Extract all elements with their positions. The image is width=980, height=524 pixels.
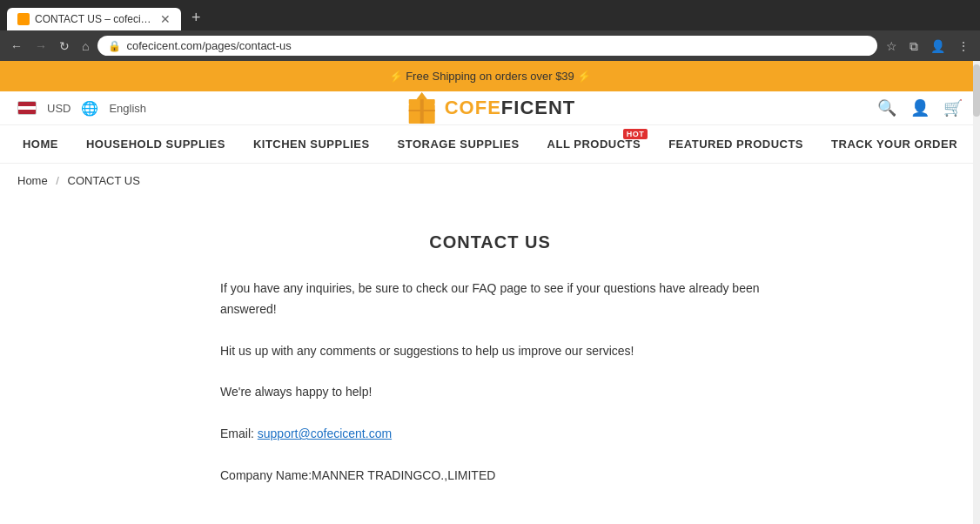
globe-icon: 🌐	[81, 100, 98, 117]
browser-controls: ← → ↻ ⌂ 🔒 cofecicent.com/pages/contact-u…	[0, 30, 980, 61]
top-banner: ⚡ Free Shipping on orders over $39 ⚡	[0, 61, 980, 91]
contact-para-2: Hit us up with any comments or suggestio…	[220, 341, 760, 362]
header-right: 🔍 👤 🛒	[877, 98, 963, 118]
menu-button[interactable]: ⋮	[954, 37, 973, 56]
page-wrapper: ⚡ Free Shipping on orders over $39 ⚡ USD…	[0, 61, 980, 524]
browser-tabs: CONTACT US – cofecicent ✕ +	[7, 5, 973, 30]
bookmark-button[interactable]: ☆	[883, 37, 901, 56]
breadcrumb-home-link[interactable]: Home	[17, 174, 48, 187]
nav-storage[interactable]: STORAGE SUPPLIES	[398, 138, 520, 151]
address-text: cofecicent.com/pages/contact-us	[126, 39, 291, 52]
tab-title: CONTACT US – cofecicent	[35, 13, 155, 25]
nav-track-order[interactable]: TRACK YOUR ORDER	[831, 138, 957, 151]
extensions-button[interactable]: ⧉	[906, 37, 922, 56]
reload-button[interactable]: ↻	[56, 37, 73, 56]
logo-icon	[405, 91, 440, 125]
tab-favicon	[17, 13, 30, 25]
account-button[interactable]: 👤	[927, 37, 949, 56]
email-label: Email:	[220, 427, 258, 440]
logo-text: COFEFICENT	[445, 97, 576, 119]
scrollbar-thumb[interactable]	[973, 64, 980, 117]
tab-close-button[interactable]: ✕	[160, 13, 171, 25]
email-link[interactable]: support@cofecicent.com	[258, 427, 392, 440]
cart-icon[interactable]: 🛒	[943, 98, 963, 118]
account-icon[interactable]: 👤	[910, 98, 930, 118]
address-bar[interactable]: 🔒 cofecicent.com/pages/contact-us	[97, 36, 877, 56]
banner-text: ⚡ Free Shipping on orders over $39 ⚡	[389, 70, 592, 83]
currency-selector[interactable]: USD	[47, 102, 70, 115]
forward-button[interactable]: →	[31, 37, 50, 56]
site-nav: HOME HOUSEHOLD SUPPLIES KITCHEN SUPPLIES…	[0, 125, 980, 164]
site-header: USD 🌐 English COFEFICENT 🔍 👤	[0, 91, 980, 125]
home-button[interactable]: ⌂	[78, 37, 92, 56]
scrollbar[interactable]	[973, 61, 980, 524]
nav-kitchen[interactable]: KITCHEN SUPPLIES	[253, 138, 370, 151]
browser-chrome: CONTACT US – cofecicent ✕ +	[0, 0, 980, 30]
header-left: USD 🌐 English	[17, 100, 146, 117]
breadcrumb: Home / CONTACT US	[0, 164, 980, 198]
us-flag-icon	[17, 101, 37, 115]
nav-all-products[interactable]: ALL PRODUCTS HOT	[547, 138, 641, 151]
new-tab-button[interactable]: +	[185, 5, 208, 30]
breadcrumb-separator: /	[56, 174, 59, 187]
language-selector[interactable]: English	[109, 102, 146, 115]
search-icon[interactable]: 🔍	[877, 98, 896, 118]
nav-featured[interactable]: FEATURED PRODUCTS	[668, 138, 803, 151]
company-name: Company Name:MANNER TRADINGCO.,LIMITED	[220, 466, 760, 487]
svg-marker-1	[417, 92, 427, 99]
contact-para-3: We're always happy to help!	[220, 382, 760, 403]
active-tab[interactable]: CONTACT US – cofecicent ✕	[7, 8, 181, 30]
back-button[interactable]: ←	[7, 37, 26, 56]
nav-home[interactable]: HOME	[23, 138, 58, 151]
svg-rect-5	[409, 110, 435, 111]
contact-email-block: Email: support@cofecicent.com	[220, 424, 760, 445]
breadcrumb-current: CONTACT US	[68, 174, 140, 187]
hot-badge: HOT	[623, 129, 648, 139]
lock-icon: 🔒	[108, 40, 121, 52]
site-logo[interactable]: COFEFICENT	[405, 91, 576, 125]
nav-household[interactable]: HOUSEHOLD SUPPLIES	[86, 138, 225, 151]
contact-para-1: If you have any inquiries, be sure to ch…	[220, 279, 760, 320]
page-title: CONTACT US	[220, 232, 760, 252]
main-content: CONTACT US If you have any inquiries, be…	[185, 215, 795, 524]
